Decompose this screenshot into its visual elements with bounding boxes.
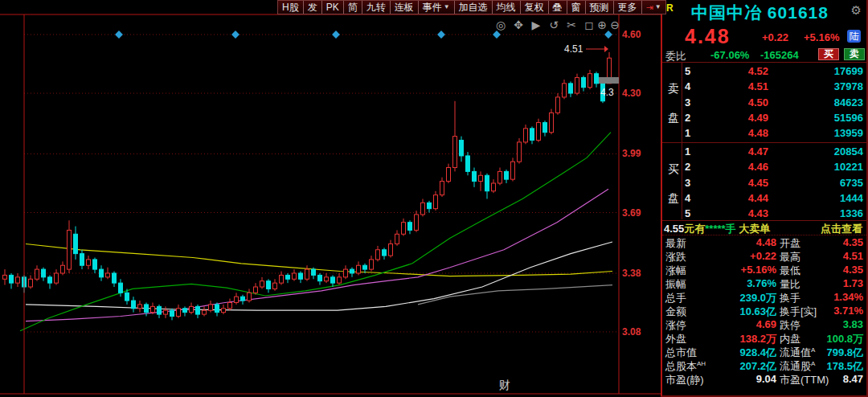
candle-body	[402, 223, 406, 235]
toolbar-item-九转[interactable]: 九转	[362, 1, 391, 14]
toolbar-item-复权[interactable]: 复权	[521, 1, 549, 14]
stat-value: +5.16%	[704, 264, 776, 276]
scissors-icon[interactable]: ✂	[567, 18, 576, 31]
event-diamond-marker[interactable]	[437, 31, 445, 39]
candle-body	[158, 306, 162, 314]
stat-value: 4.35	[805, 236, 863, 248]
candle-body	[170, 310, 174, 316]
toolbar-item-预测[interactable]: 预测	[586, 1, 614, 14]
candle-body	[260, 281, 264, 287]
toolbar-item-事件[interactable]: 事件▼	[419, 1, 455, 14]
weibi-pct: -67.06%	[710, 49, 749, 61]
toolbar-item-发[interactable]: 发	[304, 1, 322, 14]
toolbar-item-label: 更多	[618, 1, 637, 14]
undo-icon[interactable]: ↺	[549, 18, 559, 31]
sell-side-label: 盘	[668, 111, 679, 125]
top-toolbar: H股发PK简九转连板事件▼加自选均线复权叠窗预测更多⇥▼	[277, 0, 666, 14]
candle-body	[312, 269, 316, 275]
bid-row-5[interactable]: 54.431336	[683, 206, 866, 221]
toolbar-item-简[interactable]: 简	[344, 1, 362, 14]
toolbar-item-加自选[interactable]: 加自选	[455, 1, 493, 14]
stat-value: 8.47	[805, 373, 863, 385]
candle-body	[363, 265, 367, 269]
toolbar-item-叠[interactable]: 叠	[549, 1, 567, 14]
bid-row-1[interactable]: 14.4720854	[683, 144, 866, 159]
chevron-down-icon[interactable]: ▼	[655, 1, 661, 14]
toolbar-item-label: 事件	[423, 1, 442, 14]
ask-row-5[interactable]: 54.5217699	[683, 63, 866, 79]
candle-body	[119, 283, 123, 293]
toolbar-item-label: 九转	[366, 1, 386, 14]
candle-body	[93, 260, 97, 269]
toolbar-item-窗[interactable]: 窗	[567, 1, 586, 14]
bid-row-3[interactable]: 34.456735	[683, 175, 866, 190]
stat-value: 4.51	[805, 250, 863, 262]
kline-chart: 4.604.303.993.693.383.08◎✥▶↺✂◻⊕⊖4.514.3财	[0, 0, 661, 397]
candle-body	[235, 297, 239, 302]
event-diamond-marker[interactable]	[332, 31, 340, 39]
candle-body	[395, 234, 399, 244]
candle-body	[318, 275, 322, 280]
event-diamond-marker[interactable]	[231, 31, 240, 39]
level-price: 4.46	[715, 161, 768, 173]
candle-body	[428, 203, 432, 208]
stat-value: +0.22	[704, 250, 776, 262]
zoom-out-icon[interactable]: ⊖	[610, 18, 620, 31]
candle-body	[61, 265, 65, 273]
toolbar-item-更多[interactable]: 更多	[614, 1, 642, 14]
event-diamond-marker[interactable]	[604, 31, 612, 39]
toolbar-item-label: 复权	[525, 1, 544, 14]
level-volume: 1336	[791, 207, 863, 219]
bid-row-4[interactable]: 44.441444	[683, 190, 866, 206]
ma-green	[20, 133, 611, 331]
stock-trading-app: 4.604.303.993.693.383.08◎✥▶↺✂◻⊕⊖4.514.3财…	[0, 0, 868, 397]
stats-grid: 最新4.48开盘4.35涨跌+0.22最高4.51涨幅+5.16%最低4.35振…	[662, 235, 866, 387]
bid-row-2[interactable]: 24.4610221	[683, 159, 866, 174]
stat-value: 1.73	[805, 277, 863, 289]
play-icon[interactable]: ▶	[532, 18, 541, 31]
candle-body	[177, 309, 181, 317]
stock-name: 中国中冶 601618	[691, 2, 829, 24]
event-diamond-marker[interactable]	[115, 31, 123, 39]
toolbar-item-label: 预测	[590, 1, 609, 14]
lock-icon[interactable]: ◻	[584, 18, 594, 31]
candle-body	[305, 269, 309, 279]
toolbar-item-均线[interactable]: 均线	[493, 1, 521, 14]
candle-body	[524, 129, 528, 142]
y-axis-label: 3.38	[622, 268, 641, 279]
weibi-label: 委比	[665, 49, 686, 63]
toolbar-item-连板[interactable]: 连板	[391, 1, 419, 14]
ask-row-4[interactable]: 44.5137978	[683, 79, 866, 94]
sell-button[interactable]: 卖	[844, 48, 865, 60]
candle-body	[16, 277, 20, 283]
level-number: 4	[685, 80, 690, 92]
ask-row-3[interactable]: 34.5084623	[683, 95, 866, 110]
ask-row-2[interactable]: 24.4951596	[683, 110, 866, 125]
book-divider	[682, 63, 682, 219]
stats-row: 总手239.0万换手1.34%	[662, 290, 866, 304]
level-volume: 84623	[791, 96, 863, 108]
r-flag: R	[666, 2, 674, 14]
hand-icon[interactable]: ✥	[514, 18, 523, 31]
toolbar-item-PK[interactable]: PK	[322, 1, 344, 14]
buy-button[interactable]: 买	[818, 48, 839, 60]
level-price: 4.43	[715, 207, 768, 219]
event-diamond-marker[interactable]	[493, 31, 501, 39]
price-change: +0.22	[762, 31, 788, 43]
toolbar-collapse[interactable]: ⇥▼	[642, 1, 665, 14]
ask-row-1[interactable]: 14.4813959	[683, 125, 866, 141]
annotation-arrowhead	[604, 46, 608, 52]
y-axis-label: 3.08	[622, 326, 641, 338]
big-order-tip-text: 4.55元有*****手 大卖单	[664, 222, 770, 236]
gear-icon[interactable]: ⚙	[851, 3, 862, 18]
eye-icon[interactable]: ◎	[496, 18, 506, 31]
candle-body	[183, 309, 187, 313]
candle-body	[421, 203, 425, 215]
stat-value: 9.04	[704, 373, 776, 385]
collapse-arrow-icon[interactable]: ⇥	[646, 1, 653, 14]
candle-body	[215, 305, 219, 313]
candle-body	[3, 275, 7, 279]
toolbar-item-H股[interactable]: H股	[278, 1, 304, 14]
tip-view-link[interactable]: 点击查看	[821, 222, 862, 236]
zoom-in-icon[interactable]: ⊕	[597, 18, 607, 31]
